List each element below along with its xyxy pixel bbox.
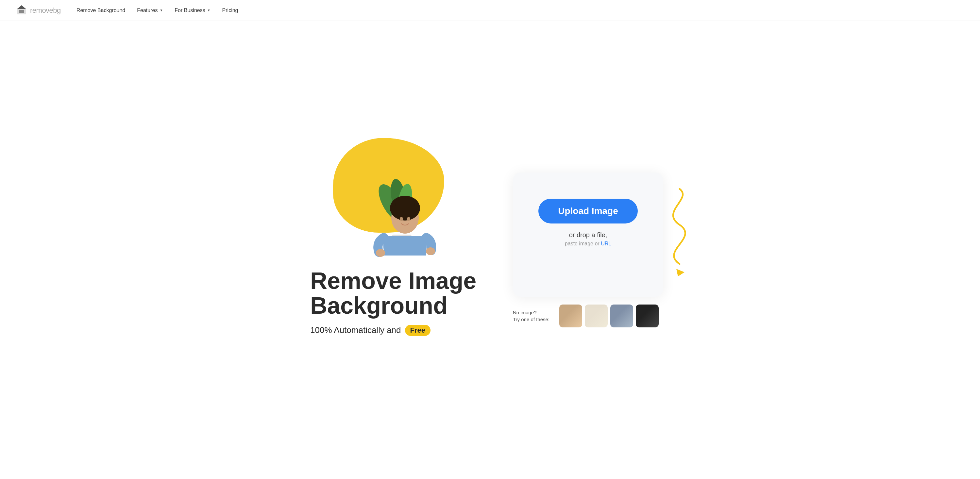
logo-icon [16,5,27,16]
logo-text: removebg [30,6,61,15]
chevron-down-icon: ▼ [159,8,163,12]
logo-link[interactable]: removebg [16,5,61,16]
svg-point-14 [400,217,403,221]
sample-images-list [559,305,659,327]
svg-point-15 [407,217,410,221]
nav-item-for-business[interactable]: For Business ▼ [175,8,210,13]
hero-section: Remove Image Background 100% Automatical… [0,21,980,479]
upload-image-button[interactable]: Upload Image [538,199,638,224]
svg-point-17 [426,247,435,255]
hero-heading: Remove Image Background [307,268,503,318]
sample-images-row: No image?Try one of these: [513,305,663,327]
no-image-label: No image?Try one of these: [513,309,555,323]
upload-card: Upload Image or drop a file, paste image… [513,173,663,297]
sample-thumb-car[interactable] [610,305,633,327]
svg-marker-1 [17,5,26,9]
svg-point-13 [395,198,415,211]
chevron-down-icon: ▼ [207,8,210,12]
sample-thumb-phone[interactable] [636,305,659,327]
nav-links: Remove Background Features ▼ For Busines… [76,8,238,13]
main-nav: removebg Remove Background Features ▼ Fo… [0,0,980,21]
hero-subtext: 100% Automatically and Free [307,325,503,336]
svg-marker-18 [676,269,684,276]
svg-rect-2 [19,10,24,13]
paste-text: paste image or URL [565,241,611,247]
free-badge: Free [405,325,431,336]
drop-file-text: or drop a file, [569,232,607,239]
nav-item-remove-background[interactable]: Remove Background [76,8,125,13]
sample-thumb-dog[interactable] [585,305,608,327]
nav-item-features[interactable]: Features ▼ [137,8,163,13]
nav-item-pricing[interactable]: Pricing [222,8,238,13]
sample-thumb-girl[interactable] [559,305,582,327]
hero-left: Remove Image Background 100% Automatical… [307,164,503,336]
person-svg [363,171,447,265]
url-link[interactable]: URL [601,241,611,246]
hero-right: Upload Image or drop a file, paste image… [503,173,673,327]
svg-point-16 [376,249,385,257]
svg-rect-8 [384,236,426,255]
hero-person-illustration [354,164,456,265]
